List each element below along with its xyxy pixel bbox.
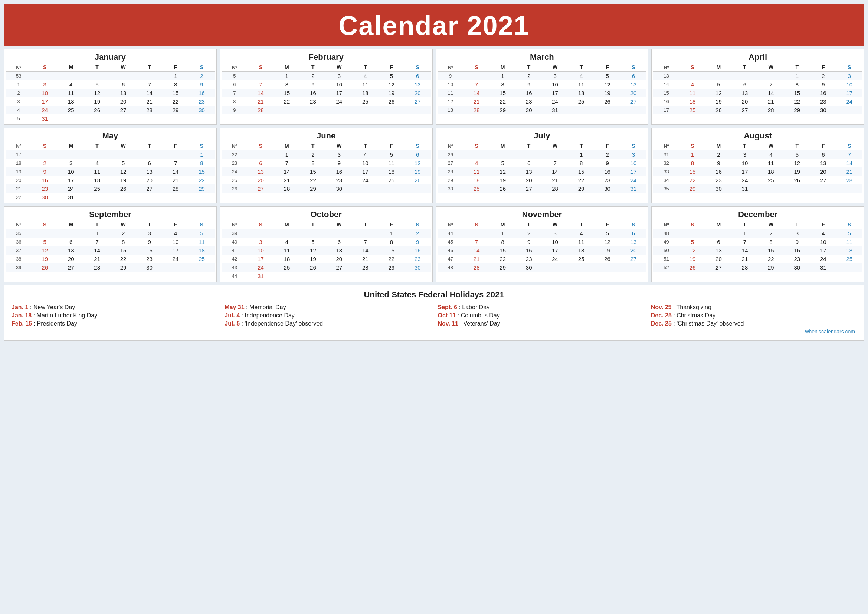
holiday-separator: :	[456, 312, 460, 318]
calendar-day: 4	[679, 80, 705, 89]
calendar-day: 9	[136, 237, 162, 246]
calendar-day: 3	[837, 71, 862, 81]
weekday-header: M	[274, 220, 300, 229]
weekday-header: T	[568, 220, 594, 229]
calendar-day	[84, 193, 110, 202]
calendar-day	[620, 106, 646, 114]
week-number: 27	[437, 159, 463, 167]
calendar-day: 17	[352, 167, 378, 176]
calendar-week-row: 4812345	[653, 229, 862, 238]
holiday-name: Christmas Day	[676, 312, 716, 318]
calendar-day: 30	[326, 185, 352, 193]
calendar-day: 13	[58, 246, 84, 255]
week-num-header: Nº	[222, 142, 248, 150]
calendar-day: 1	[163, 71, 189, 81]
calendar-day: 6	[58, 237, 84, 246]
month-august: AugustNºSMTWTFS3112345673289101112131433…	[651, 128, 864, 203]
calendar-day: 8	[568, 159, 594, 167]
calendar-week-row: 17252627282930	[653, 106, 862, 114]
calendar-day: 16	[594, 167, 620, 176]
calendar-day: 4	[84, 159, 110, 167]
week-number: 53	[6, 71, 31, 81]
calendar-day	[490, 114, 515, 116]
saturday-header: S	[405, 63, 431, 71]
calendar-day: 5	[705, 80, 732, 89]
calendar-day	[810, 185, 836, 193]
sunday-header: S	[463, 142, 490, 150]
calendar-week-row: 1221222324252627	[437, 97, 647, 106]
calendar-day: 1	[274, 150, 300, 159]
calendar-week-row: 2413141516171819	[222, 167, 431, 176]
calendar-day	[300, 193, 326, 195]
sunday-header: S	[248, 220, 273, 229]
week-number: 46	[437, 246, 463, 255]
week-number: 20	[6, 176, 31, 185]
calendar-week-row: 1618192021222324	[653, 97, 862, 106]
calendar-week-row	[437, 114, 647, 116]
calendar-week-row: 35293031	[653, 185, 862, 193]
calendar-day: 12	[490, 167, 515, 176]
calendar-day: 9	[189, 80, 214, 89]
calendar-day	[758, 71, 784, 81]
calendar-day: 18	[463, 176, 490, 185]
calendar-day: 7	[84, 237, 110, 246]
calendar-day: 19	[490, 176, 515, 185]
calendar-day: 19	[84, 97, 110, 106]
weekday-header: T	[84, 63, 110, 71]
calendar-day: 19	[784, 167, 810, 176]
week-number: 37	[6, 246, 31, 255]
calendar-day: 24	[542, 97, 568, 106]
calendar-day	[679, 71, 705, 81]
calendar-day: 17	[810, 246, 836, 255]
holiday-item: Jul. 4 : Independence Day	[225, 312, 430, 319]
attribution-link[interactable]: wheniscalendars.com	[805, 329, 855, 335]
calendar-day: 13	[732, 89, 758, 97]
calendar-week-row	[653, 272, 862, 274]
calendar-day: 20	[136, 176, 162, 185]
calendar-day	[679, 229, 705, 238]
calendar-day	[705, 193, 732, 195]
calendar-day: 9	[516, 80, 542, 89]
calendar-day: 1	[784, 71, 810, 81]
calendar-day: 26	[84, 106, 110, 114]
calendar-day: 10	[732, 159, 758, 167]
calendar-week-row	[653, 114, 862, 116]
calendar-day: 26	[594, 255, 620, 263]
week-number	[653, 114, 679, 116]
week-number: 10	[437, 80, 463, 89]
calendar-week-row: 3422232425262728	[653, 176, 862, 185]
calendar-day: 31	[810, 263, 836, 272]
calendar-day	[405, 114, 431, 116]
calendar-day: 15	[378, 246, 405, 255]
weekday-header: M	[490, 63, 515, 71]
calendar-day: 10	[620, 159, 646, 167]
calendar-day: 8	[274, 80, 300, 89]
weekday-header: F	[594, 220, 620, 229]
calendar-day: 11	[568, 80, 594, 89]
calendar-day	[136, 71, 162, 81]
calendar-day: 18	[679, 97, 705, 106]
holiday-separator: :	[240, 312, 245, 318]
calendar-day: 12	[705, 89, 732, 97]
weekday-header: T	[568, 63, 594, 71]
holiday-separator: :	[457, 304, 462, 310]
weekday-header: M	[490, 220, 515, 229]
calendar-day: 29	[679, 185, 705, 193]
sunday-header: S	[679, 63, 705, 71]
calendar-week-row: 5123456	[222, 71, 431, 81]
weekday-header: F	[810, 142, 836, 150]
calendar-day: 3	[542, 71, 568, 81]
calendar-day: 25	[758, 176, 784, 185]
calendar-day: 21	[758, 97, 784, 106]
calendar-day: 21	[163, 176, 189, 185]
calendar-day	[163, 193, 189, 202]
weekday-header: T	[136, 142, 162, 150]
month-title: March	[437, 51, 647, 63]
calendar-day	[352, 114, 378, 116]
calendar-day	[542, 193, 568, 195]
calendar-day: 2	[516, 229, 542, 238]
saturday-header: S	[405, 142, 431, 150]
month-table: NºSMTWTFS4412345645789101112134614151617…	[437, 220, 647, 274]
calendar-day: 14	[163, 167, 189, 176]
calendar-day: 26	[679, 263, 705, 272]
